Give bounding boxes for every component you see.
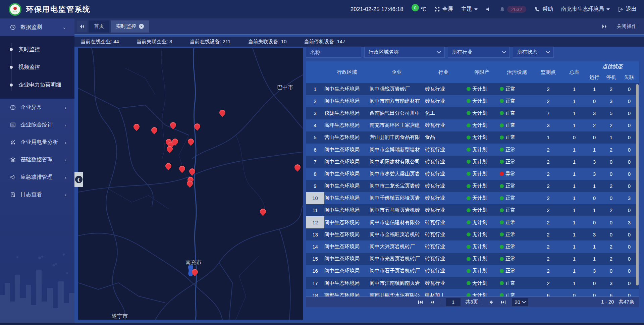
facility-status-dot (500, 160, 504, 164)
production-status-dot (467, 87, 471, 91)
sidebar-item-company-statistics[interactable]: 企业综合统计 ‹ (0, 116, 74, 133)
cell-company: 阆中市石子页岩机砖厂 (370, 265, 425, 277)
cell-points: 2 (534, 277, 562, 289)
cell-production: 无计划 (462, 240, 497, 253)
table-row[interactable]: 16 阆中生态环境局 阆中市石子页岩机砖厂 砖瓦行业 无计划 正常 2 1 3 … (306, 265, 639, 277)
tabs-scroll-left-button[interactable] (77, 21, 87, 32)
sidebar-item-company-abnormal[interactable]: 企业异常 ‹ (0, 99, 74, 116)
next-page-button[interactable] (488, 299, 495, 306)
page-input[interactable] (446, 298, 461, 306)
double-chevron-right-icon[interactable] (602, 24, 607, 29)
table-row[interactable]: 1 阆中生态环境局 阆中强锐页岩砖厂 砖瓦行业 无计划 正常 2 1 1 2 0 (306, 83, 639, 95)
cell-stopped: 2 (603, 119, 620, 131)
table-row[interactable]: 8 阆中生态环境局 阆中市枣碧大梁山页岩 砖瓦行业 无计划 异常 2 1 3 0… (306, 168, 639, 180)
last-page-button[interactable] (500, 299, 507, 306)
notification-count-badge: 2632 (507, 6, 526, 13)
page-size-select[interactable]: 20 (512, 298, 528, 306)
cell-meters: 1 (562, 253, 586, 265)
name-search-input[interactable] (306, 47, 361, 58)
sidebar-item-log-view[interactable]: 日志查看 ‹ (0, 186, 74, 203)
table-row[interactable]: 12 阆中生态环境局 阆中市忠信建材有限公 砖瓦行业 无计划 正常 2 1 0 … (306, 216, 639, 228)
facility-status-dot (500, 184, 504, 188)
speaker-icon[interactable] (486, 6, 491, 12)
help-button[interactable]: 帮助 (534, 6, 553, 13)
table-row[interactable]: 13 阆中生态环境局 阆中市金福旺页岩机砖 砖瓦行业 无计划 正常 2 1 3 … (306, 228, 639, 240)
cell-running: 3 (586, 228, 603, 240)
cell-region: 阆中生态环境局 (324, 240, 370, 253)
region-select[interactable]: 行政区域名称 (364, 47, 445, 58)
cell-points: 2 (534, 156, 562, 168)
sidebar-item-realtime-monitoring[interactable]: 实时监控 (0, 41, 74, 58)
org-dropdown[interactable]: 南充市生态环境局 (561, 6, 610, 13)
cell-facility: 正常 (497, 253, 534, 265)
double-chevron-left-icon (79, 24, 85, 29)
sidebar-item-power-load-detail[interactable]: 企业电力负荷明细 (0, 76, 74, 94)
sidebar-item-base-data[interactable]: 基础数据管理 ‹ (0, 151, 74, 168)
table-row[interactable]: 5 营山生态环境局 营山县润丰肉食品有限 食品 无计划 正常 1 0 0 1 0 (306, 131, 639, 144)
cell-production: 无计划 (462, 95, 497, 107)
help-label: 帮助 (542, 6, 553, 13)
tab-close-icon[interactable]: ✕ (139, 24, 144, 29)
cell-meters: 1 (562, 228, 586, 240)
cell-points: 2 (534, 95, 562, 107)
table-row[interactable]: 15 阆中生态环境局 阆中市光富页岩机砖厂 砖瓦行业 无计划 正常 2 1 1 … (306, 253, 639, 265)
tab-home[interactable]: 首页 (89, 20, 109, 33)
row-number: 3 (306, 107, 324, 119)
monitoring-panel: 行政区域名称 所有行业 所有状态 行政区域 企业 行业 停限产 治污设施 (306, 47, 639, 307)
notifications-button[interactable]: 2632 (499, 6, 526, 13)
production-status-dot (467, 148, 471, 152)
stat-online-devices: 当前在线设备:211 (190, 39, 230, 45)
sidebar-item-data-monitoring[interactable]: 数据监测 ⌄ (0, 18, 74, 36)
chevron-left-icon: ‹ (65, 140, 66, 145)
sidebar-item-power-analysis[interactable]: 企业用电量分析 ‹ (0, 133, 74, 151)
table-row[interactable]: 4 高坪生态环境局 南充市高坪区王家店建 砖瓦行业 无计划 正常 3 1 2 2… (306, 119, 639, 131)
row-number: 1 (306, 83, 324, 95)
fullscreen-button[interactable]: 全屏 (434, 6, 453, 13)
cell-company: 阆中市五马桥页岩机砖 (370, 204, 425, 216)
first-page-button[interactable] (417, 299, 424, 306)
production-status-dot (467, 220, 471, 224)
map-canvas[interactable]: 巴中市南充市遂宁市 (78, 48, 303, 320)
row-number: 15 (306, 253, 324, 265)
table-row[interactable]: 10 阆中生态环境局 阆中千佛镇五郎垭页岩 砖瓦行业 无计划 正常 2 1 0 … (306, 192, 639, 204)
tab-realtime-monitoring[interactable]: 实时监控 ✕ (111, 20, 149, 33)
table-row[interactable]: 3 仪陇生态环境局 西南油气田分公司川中 化工 无计划 正常 7 1 3 5 0 (306, 107, 639, 119)
header-industry: 行业 (425, 61, 462, 83)
table-row[interactable]: 14 阆中生态环境局 阆中大兴页岩机砖厂 砖瓦行业 无计划 正常 2 1 1 2… (306, 240, 639, 253)
table-row[interactable]: 11 阆中生态环境局 阆中市五马桥页岩机砖 砖瓦行业 无计划 正常 2 1 1 … (306, 204, 639, 216)
facility-status-dot (500, 293, 504, 296)
header-running: 运行 (586, 71, 603, 83)
cell-facility: 正常 (497, 131, 534, 144)
cell-production: 无计划 (462, 253, 497, 265)
table-row[interactable]: 7 阆中生态环境局 阆中明阳建材有限公司 砖瓦行业 无计划 正常 2 1 3 0… (306, 156, 639, 168)
table-row[interactable]: 17 阆中生态环境局 阆中市江南镇阆南页岩 砖瓦行业 无计划 正常 2 1 0 … (306, 277, 639, 289)
table-row[interactable]: 18 南部生态环境局 南部县砚华水泥有限公 建材加工 无计划 正常 6 0 0 … (306, 289, 639, 296)
table-row[interactable]: 6 阆中生态环境局 阆中市金博瑞新型墙材 砖瓦行业 无计划 正常 2 1 1 2… (306, 144, 639, 156)
sidebar-item-emergency-reduction[interactable]: 应急减排管理 ‹ (0, 168, 74, 186)
prev-page-button[interactable] (429, 299, 436, 306)
theme-dropdown[interactable]: 主题 (461, 6, 478, 13)
status-select[interactable]: 所有状态 (513, 47, 554, 58)
cell-facility: 正常 (497, 216, 534, 228)
close-operations-button[interactable]: 关闭操作 (616, 23, 637, 30)
facility-status-dot (500, 123, 504, 127)
row-number: 6 (306, 144, 324, 156)
cell-running: 0 (586, 131, 603, 144)
industry-select[interactable]: 所有行业 (448, 47, 510, 58)
cell-region: 高坪生态环境局 (324, 119, 370, 131)
collapse-panel-button[interactable]: ❮ (74, 172, 83, 187)
table-row[interactable]: 9 阆中生态环境局 阆中市二龙长宝页岩砖 砖瓦行业 无计划 正常 2 1 1 2… (306, 180, 639, 192)
cell-facility: 正常 (497, 156, 534, 168)
chevron-down-icon (522, 299, 526, 304)
table-row[interactable]: 2 阆中生态环境局 阆中市南方节能建材有 砖瓦行业 无计划 正常 2 1 0 3… (306, 95, 639, 107)
sidebar-submenu: 实时监控 视频监控 企业电力负荷明细 (0, 36, 74, 99)
production-status-dot (467, 208, 471, 212)
table-scrollbar-thumb[interactable] (636, 84, 639, 285)
cell-points: 2 (534, 83, 562, 95)
cell-facility: 正常 (497, 107, 534, 119)
layers-icon (10, 157, 16, 163)
logout-button[interactable]: 退出 (618, 6, 637, 13)
sidebar-item-video-monitoring[interactable]: 视频监控 (0, 58, 74, 76)
cell-production: 无计划 (462, 180, 497, 192)
production-status-dot (467, 281, 471, 285)
